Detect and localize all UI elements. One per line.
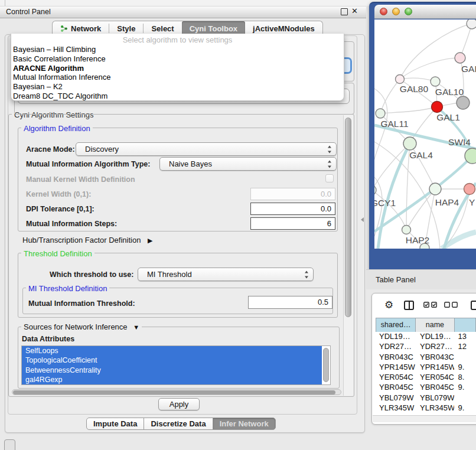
table-cell: YLR345W (376, 403, 416, 413)
which-threshold-label: Which threshold to use: (50, 270, 133, 279)
zoom-traffic-light-icon[interactable] (405, 8, 412, 15)
node-HAP4[interactable] (429, 183, 441, 195)
algorithm-option[interactable]: Bayesian – Hill Climbing (11, 45, 344, 54)
table-cell: YDR27… (416, 341, 454, 351)
manual-kernel-checkbox[interactable] (325, 174, 334, 182)
table-header-row: shared…name (376, 318, 476, 331)
network-window-titlebar[interactable] (374, 5, 476, 19)
table-cell: YDL19… (376, 331, 416, 341)
kernel-width-field[interactable]: 0.0 (250, 188, 335, 200)
table-cell: 8. (454, 372, 476, 382)
table-row[interactable]: YER054CYER054C8. (376, 372, 476, 382)
table-row[interactable]: YBR043CYBR043C (376, 352, 476, 362)
node-GAL4[interactable] (403, 137, 416, 150)
node-label-HAP4: HAP4 (435, 197, 459, 207)
node-GAL80[interactable] (396, 75, 405, 84)
table-rows: YDL19…YDL19…13YDR27…YDR27…12YBR043CYBR04… (376, 331, 476, 423)
table-cell: YBR043C (376, 352, 416, 362)
unchecked-columns-icon[interactable] (444, 302, 458, 308)
panel-splitter-handle[interactable] (361, 217, 364, 222)
table-cell: YBL079W (416, 393, 454, 403)
algorithm-option[interactable]: ARACNE Algorithm (11, 64, 344, 73)
attributes-scrollbar-thumb[interactable] (323, 348, 329, 382)
checked-columns-icon[interactable] (423, 302, 437, 308)
attribute-item[interactable]: TopologicalCoefficient (22, 356, 322, 365)
table-row[interactable]: YDR27…YDR27…12 (376, 341, 476, 351)
minimize-traffic-light-icon[interactable] (392, 8, 400, 15)
node-label-HAP2: HAP2 (406, 235, 430, 245)
column-header[interactable]: shared… (376, 318, 416, 332)
mi-steps-field[interactable]: 6 (250, 217, 335, 230)
dropdown-item-list: Bayesian – Hill ClimbingBasic Correlatio… (11, 45, 344, 101)
bottom-tab-impute-data[interactable]: Impute Data (86, 418, 144, 430)
attribute-item[interactable]: gal4RGexp (22, 375, 322, 384)
node-HAP2[interactable] (402, 226, 411, 234)
column-header[interactable]: name (416, 318, 454, 332)
dpi-tolerance-field[interactable]: 0.0 (250, 203, 335, 215)
tab-label: Network (71, 24, 101, 33)
node-label-GAL1: GAL1 (436, 112, 460, 122)
node-unnamed[interactable] (467, 19, 476, 29)
network-icon (60, 25, 68, 32)
float-window-icon[interactable] (341, 8, 348, 15)
network-canvas[interactable]: GALGAL80GAL10GAL1GAL11GAL4SWI4GCY1HAP4YH… (374, 19, 476, 249)
column-header[interactable] (455, 318, 476, 332)
table-row[interactable]: YBL079WYBL079W (376, 393, 476, 403)
table-cell: YPR145W (416, 362, 454, 372)
gear-icon[interactable]: ⚙ (384, 299, 393, 311)
table-cell: 9. (454, 403, 476, 413)
control-panel-titlebar (0, 6, 366, 18)
table-cell: 9. (454, 382, 476, 392)
table-panel-title: Table Panel (376, 275, 416, 284)
node-SWI4[interactable] (465, 148, 476, 164)
partial-table-icon[interactable] (471, 301, 476, 310)
mi-algorithm-type-select[interactable]: Naive Bayes (159, 157, 337, 171)
which-threshold-select[interactable]: MI Threshold (138, 268, 314, 281)
node-label-GAL10: GAL10 (435, 87, 464, 97)
control-panel-title: Control Panel (6, 8, 51, 16)
bottom-tab-discretize-data[interactable]: Discretize Data (144, 418, 213, 430)
node-GAL11[interactable] (376, 109, 385, 118)
table-row[interactable]: YDL19…YDL19…13 (376, 331, 476, 341)
settings-hscrollbar-thumb[interactable] (13, 390, 335, 394)
table-row[interactable]: YLR345WYLR345W9. (376, 403, 476, 413)
node-unnamed[interactable] (457, 96, 470, 109)
apply-button[interactable]: Apply (158, 398, 200, 410)
node-GAL1[interactable] (432, 102, 443, 113)
attribute-item[interactable]: SelfLoops (22, 346, 322, 356)
node-label-Y: Y (469, 197, 475, 207)
close-traffic-light-icon[interactable] (380, 8, 387, 15)
aracne-mode-select[interactable]: Discovery (76, 142, 337, 156)
bottom-tab-infer-network[interactable]: Infer Network (213, 418, 276, 430)
data-attributes-list[interactable]: SelfLoopsTopologicalCoefficientBetweenne… (21, 345, 331, 385)
table-cell: YBR043C (416, 352, 454, 362)
attribute-item[interactable]: BetweennessCentrality (22, 366, 322, 375)
hub-definition-toggle[interactable]: Hub/Transcription Factor Definition ▶ (22, 236, 152, 244)
mi-threshold-field[interactable]: 0.5 (248, 296, 332, 309)
stepper-arrows-icon (327, 160, 332, 168)
table-cell: YER054C (416, 372, 454, 382)
table-cell (454, 352, 476, 362)
sources-title: Sources for Network Inference (24, 322, 128, 331)
split-columns-icon[interactable] (404, 301, 414, 310)
algorithm-option[interactable]: Basic Correlation Inference (11, 54, 344, 64)
sources-toggle[interactable]: Sources for Network Inference ▼ (21, 322, 142, 331)
node-GAL10[interactable] (431, 77, 440, 86)
node-label-GAL4: GAL4 (409, 150, 433, 160)
aracne-mode-label: Aracne Mode: (26, 145, 75, 154)
node-Y[interactable] (464, 184, 475, 195)
node-GAL[interactable] (455, 53, 465, 63)
table-cell: YER054C (376, 372, 416, 382)
table-cell: YDL19… (416, 331, 454, 341)
table-row[interactable]: YBR045CYBR045C9. (376, 382, 476, 392)
table-row[interactable]: YPR145WYPR145W9. (376, 362, 476, 372)
dock-panel-icon[interactable] (4, 439, 15, 450)
algorithm-option[interactable]: Bayesian – K2 (11, 82, 344, 92)
close-icon[interactable]: ✕ (351, 6, 358, 15)
node-label-GAL11: GAL11 (380, 119, 408, 129)
algorithm-option[interactable]: Dream8 DC_TDC Algorithm (11, 92, 344, 101)
table-hscrollbar-track[interactable] (373, 415, 476, 422)
settings-scrollbar-thumb[interactable] (345, 118, 351, 317)
algorithm-option[interactable]: Mutual Information Inference (11, 73, 344, 82)
node-label-GAL: GAL (461, 64, 476, 74)
